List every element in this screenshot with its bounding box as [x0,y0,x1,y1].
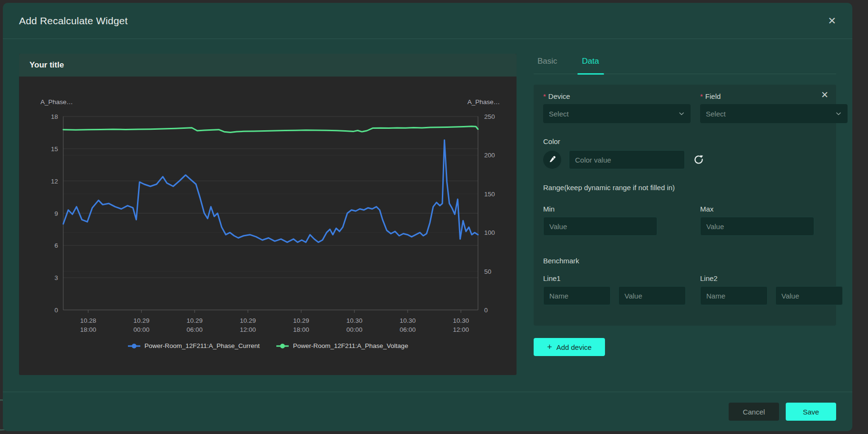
dialog-footer: Cancel Save [3,392,852,431]
svg-text:0: 0 [484,307,488,314]
svg-text:10.29: 10.29 [186,317,203,324]
widget-preview-panel: Your title 0369121518050100150200250A_Ph… [19,54,517,375]
color-value-input[interactable] [569,150,685,169]
card-close-icon[interactable]: ✕ [821,90,829,99]
max-label: Max [700,205,848,213]
device-select[interactable]: Select [543,104,691,123]
legend-marker-green [276,343,289,349]
device-select-placeholder: Select [549,110,569,118]
svg-text:3: 3 [54,274,58,281]
svg-text:18: 18 [51,113,58,120]
dialog-close-icon[interactable]: ✕ [828,16,836,26]
refresh-icon [693,154,704,165]
minmax-labels-row: Min Max [543,205,827,213]
plus-icon: + [547,343,552,351]
device-field-labels-row: * Device * Field [543,92,827,100]
device-label: * Device [543,92,691,100]
refresh-button[interactable] [692,154,705,166]
svg-text:18:00: 18:00 [293,326,309,333]
legend-marker-blue [127,343,141,349]
legend-label-voltage: Power-Room_12F211:A_Phase_Voltage [293,342,408,349]
svg-text:0: 0 [54,307,58,314]
line1-label: Line1 [543,274,691,282]
add-device-label: Add device [556,343,592,351]
line1-name-input[interactable] [543,286,611,305]
benchmark-line-labels-row: Line1 Line2 [543,274,827,282]
required-asterisk: * [700,92,703,100]
svg-text:250: 250 [484,113,495,120]
svg-text:200: 200 [484,152,495,159]
line2-value-input[interactable] [775,286,843,305]
color-label: Color [543,137,827,145]
legend-item-voltage[interactable]: Power-Room_12F211:A_Phase_Voltage [276,342,408,349]
eyedropper-button[interactable] [543,151,561,169]
svg-text:50: 50 [484,268,491,275]
svg-text:06:00: 06:00 [400,326,416,333]
chart-area: 0369121518050100150200250A_Phase…A_Phase… [19,77,517,375]
tab-data[interactable]: Data [581,54,600,74]
svg-text:18:00: 18:00 [80,326,96,333]
svg-text:10.29: 10.29 [293,317,309,324]
dialog-body: Your title 0369121518050100150200250A_Ph… [3,39,852,392]
required-asterisk: * [543,92,546,100]
tab-bar: Basic Data [534,54,836,74]
svg-text:10.30: 10.30 [346,317,362,324]
chevron-down-icon [678,110,685,117]
legend-item-current[interactable]: Power-Room_12F211:A_Phase_Current [127,342,260,349]
settings-panel: Basic Data ✕ * Device * Field [534,54,836,377]
svg-text:100: 100 [484,229,495,236]
device-field-selects-row: Select Select [543,100,827,123]
range-label: Range(keep dynamic range if not filled i… [543,183,827,192]
line1-value-input[interactable] [618,286,686,305]
svg-text:15: 15 [51,145,58,153]
benchmark-label: Benchmark [543,257,827,265]
line2-label: Line2 [700,274,848,282]
svg-text:150: 150 [484,191,495,198]
minmax-inputs-row [543,217,827,236]
min-label: Min [543,205,691,213]
svg-text:10.28: 10.28 [80,317,96,324]
svg-text:12: 12 [51,178,58,185]
svg-text:10.30: 10.30 [400,317,416,324]
field-select-placeholder: Select [706,110,726,118]
svg-text:06:00: 06:00 [186,326,203,333]
dialog-header: Add Recalculate Widget ✕ [3,3,852,39]
max-value-input[interactable] [700,217,814,236]
line2-name-input[interactable] [700,286,768,305]
svg-text:9: 9 [54,210,58,217]
save-button[interactable]: Save [786,403,836,421]
benchmark-line-inputs-row [543,286,827,305]
screen: Add Recalculate Widget ✕ Your title 0369… [0,0,868,434]
svg-text:12:00: 12:00 [240,326,256,333]
chart-legend: Power-Room_12F211:A_Phase_Current Power-… [19,342,517,349]
preview-chart: 0369121518050100150200250A_Phase…A_Phase… [19,77,517,336]
tab-basic[interactable]: Basic [536,54,558,74]
widget-preview-header: Your title [19,54,517,77]
svg-text:10.30: 10.30 [453,317,469,324]
add-device-button[interactable]: + Add device [534,338,605,356]
add-recalculate-widget-dialog: Add Recalculate Widget ✕ Your title 0369… [3,3,852,431]
field-select[interactable]: Select [700,104,848,123]
svg-text:12:00: 12:00 [453,326,469,333]
svg-text:A_Phase…: A_Phase… [468,98,500,106]
svg-text:10.29: 10.29 [133,317,149,324]
min-value-input[interactable] [543,217,657,236]
widget-preview-title: Your title [29,60,64,70]
device-config-card: ✕ * Device * Field [534,85,836,326]
svg-text:A_Phase…: A_Phase… [40,98,73,106]
dialog-title: Add Recalculate Widget [19,15,128,27]
eyedropper-icon [548,155,556,164]
svg-text:00:00: 00:00 [133,326,149,333]
legend-label-current: Power-Room_12F211:A_Phase_Current [145,342,260,349]
cancel-button[interactable]: Cancel [729,403,779,421]
chevron-down-icon [835,110,842,117]
color-row [543,150,827,169]
svg-text:10.29: 10.29 [240,317,256,324]
svg-text:6: 6 [54,242,58,249]
svg-text:00:00: 00:00 [346,326,362,333]
